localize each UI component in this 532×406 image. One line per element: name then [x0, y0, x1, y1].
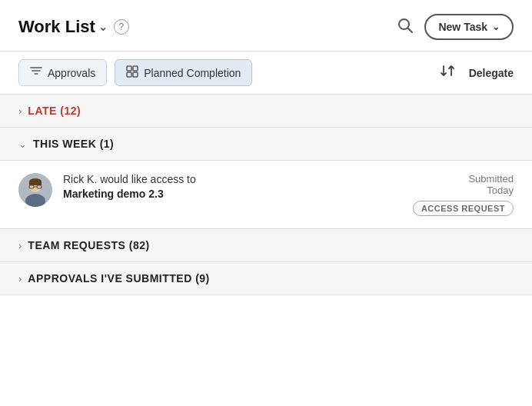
team-requests-chevron-icon: ›: [18, 240, 22, 251]
search-icon: [397, 17, 414, 34]
team-requests-section-label: TEAM REQUESTS (82): [28, 239, 149, 251]
header: Work List ⌄ ? New Task ⌄: [0, 0, 532, 51]
task-item: Rick K. would like access to Marketing d…: [0, 161, 532, 228]
late-section-label: LATE (12): [28, 105, 81, 117]
filter-icon: [30, 65, 42, 80]
sort-button[interactable]: [440, 64, 455, 82]
approvals-submitted-chevron-icon: ›: [18, 273, 22, 285]
approvals-submitted-section-row[interactable]: › APPROVALS I'VE SUBMITTED (9): [0, 262, 532, 295]
access-request-badge[interactable]: ACCESS REQUEST: [413, 201, 514, 216]
this-week-section-label: THIS WEEK (1): [33, 138, 114, 150]
page-title-text: Work List: [18, 17, 95, 37]
new-task-button[interactable]: New Task ⌄: [424, 14, 514, 40]
svg-rect-4: [127, 72, 131, 77]
help-icon[interactable]: ?: [114, 19, 129, 35]
header-left: Work List ⌄ ?: [18, 17, 129, 37]
new-task-label: New Task: [438, 21, 487, 33]
search-button[interactable]: [397, 17, 414, 38]
task-requester: Rick K. would like access to: [63, 173, 402, 185]
task-item-name: Marketing demo 2.3: [63, 188, 402, 200]
late-section-row[interactable]: › LATE (12): [0, 95, 532, 128]
this-week-chevron-icon: ⌄: [18, 138, 27, 150]
submitted-text: Submitted Today: [468, 173, 514, 196]
title-chevron-icon[interactable]: ⌄: [98, 21, 108, 33]
svg-rect-2: [127, 66, 131, 71]
delegate-label: Delegate: [469, 67, 514, 79]
approvals-submitted-section-label: APPROVALS I'VE SUBMITTED (9): [28, 272, 209, 285]
planned-completion-label: Planned Completion: [144, 67, 241, 79]
planned-completion-button[interactable]: Planned Completion: [115, 59, 252, 86]
avatar-image: [18, 173, 52, 207]
svg-rect-3: [133, 66, 138, 71]
svg-rect-5: [133, 72, 138, 77]
delegate-button[interactable]: Delegate: [469, 64, 514, 82]
avatar: [18, 173, 52, 207]
page-title: Work List ⌄: [18, 17, 108, 37]
this-week-section-row[interactable]: ⌄ THIS WEEK (1): [0, 128, 532, 161]
late-chevron-icon: ›: [18, 105, 22, 117]
team-requests-section-row[interactable]: › TEAM REQUESTS (82): [0, 229, 532, 262]
toolbar: Approvals Planned Completion Delegate: [0, 52, 532, 95]
approvals-label: Approvals: [48, 67, 95, 79]
task-meta: Submitted Today ACCESS REQUEST: [413, 173, 514, 216]
grid-icon: [126, 65, 138, 80]
new-task-chevron-icon: ⌄: [492, 22, 500, 32]
task-section: Rick K. would like access to Marketing d…: [0, 161, 532, 229]
svg-line-1: [408, 28, 413, 32]
approvals-button[interactable]: Approvals: [18, 59, 107, 86]
sort-icon: [440, 64, 455, 78]
header-right: New Task ⌄: [397, 14, 514, 40]
task-content: Rick K. would like access to Marketing d…: [63, 173, 402, 200]
svg-rect-13: [29, 181, 42, 185]
